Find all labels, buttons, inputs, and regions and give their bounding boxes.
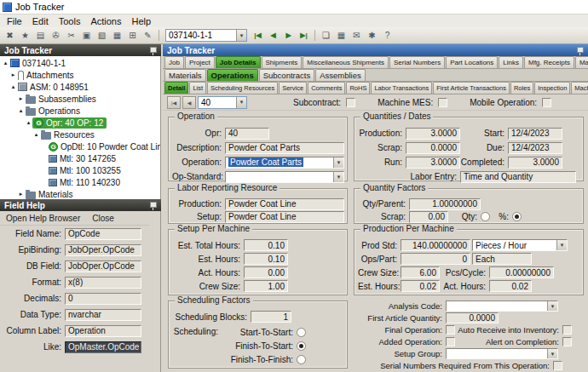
- tab-detail[interactable]: Detail: [164, 82, 188, 94]
- clear-icon[interactable]: ✖: [3, 29, 17, 43]
- tab-assemblies[interactable]: Assemblies: [315, 69, 366, 81]
- final-operation-checkbox[interactable]: [446, 325, 455, 335]
- prod-act-hours-field[interactable]: 0.02: [489, 280, 532, 292]
- first-article-quantity-field[interactable]: 0.0000: [446, 312, 499, 323]
- copy-icon[interactable]: ▣: [79, 29, 94, 43]
- tab-machine-mes[interactable]: Machine MES: [575, 56, 588, 68]
- window-icon[interactable]: ❏: [319, 29, 333, 43]
- tab-job-details[interactable]: Job Details: [216, 56, 261, 68]
- first-record-button[interactable]: |◀: [251, 29, 265, 43]
- expander-icon[interactable]: ▸: [9, 72, 17, 78]
- tree-node-attachments[interactable]: ▸ Attachments: [0, 69, 160, 81]
- analysis-code-combo[interactable]: ▼: [446, 300, 558, 312]
- setup-resource-field[interactable]: Powder Coat Line: [225, 211, 344, 223]
- tools-icon[interactable]: ✱: [365, 29, 379, 43]
- expander-icon[interactable]: ▴: [2, 60, 9, 66]
- pin-icon[interactable]: [576, 46, 584, 55]
- pcs-cycle-field[interactable]: 0.00000000: [489, 266, 554, 278]
- tab-comments[interactable]: Comments: [308, 82, 345, 94]
- first-operation-button[interactable]: |◀: [167, 96, 181, 109]
- due-date-field[interactable]: 12/4/2023: [508, 142, 562, 154]
- expander-icon[interactable]: ▴: [17, 107, 25, 114]
- expander-icon[interactable]: ▴: [25, 119, 32, 126]
- menu-help[interactable]: Help: [126, 16, 156, 26]
- chevron-down-icon[interactable]: ▼: [333, 172, 343, 182]
- added-operation-checkbox[interactable]: [446, 337, 455, 346]
- tree-node-operations[interactable]: ▴ Operations: [0, 105, 160, 117]
- tab-rohs[interactable]: RoHS: [346, 82, 370, 94]
- labor-entry-field[interactable]: Time and Quantity: [460, 171, 576, 183]
- scrap-qty-field[interactable]: 0.0000: [406, 142, 460, 154]
- production-qty-field[interactable]: 3.0000: [406, 128, 460, 140]
- prod-std-field[interactable]: 140.00000000: [401, 239, 470, 251]
- tab-labor-transactions[interactable]: Labor Transactions: [371, 82, 432, 94]
- format-value[interactable]: x(8): [65, 277, 141, 289]
- scrap-factor-field[interactable]: 0.00: [409, 211, 448, 223]
- mobile-operation-checkbox[interactable]: [542, 98, 551, 107]
- subcontract-checkbox[interactable]: [346, 98, 355, 107]
- excel-icon[interactable]: ▦: [110, 29, 124, 43]
- prod-std-uom-combo[interactable]: Pieces / Hour ▼: [472, 239, 568, 251]
- close-button[interactable]: Close: [92, 214, 114, 223]
- expander-icon[interactable]: ▸: [17, 191, 25, 197]
- op-standard-combo[interactable]: ▼: [225, 171, 344, 183]
- open-help-browser-button[interactable]: Open Help Browser: [6, 214, 80, 223]
- job-number-combo[interactable]: 037140-1-1 ▼: [165, 29, 247, 42]
- field-name-value[interactable]: OpCode: [65, 228, 141, 240]
- setup-est-hours-field[interactable]: 0.10: [244, 253, 288, 265]
- pin-icon[interactable]: [149, 201, 157, 210]
- tab-mfg-receipts[interactable]: Mfg. Receipts: [524, 56, 574, 68]
- tree-node-mtl-100[interactable]: Mtl: 100 103255: [0, 164, 160, 176]
- scheduling-blocks-field[interactable]: 1: [251, 311, 291, 323]
- prod-crew-size-field[interactable]: 6.00: [401, 266, 440, 278]
- column-label-value[interactable]: Operation: [65, 325, 141, 337]
- star-icon[interactable]: ★: [18, 29, 32, 43]
- tab-job[interactable]: Job: [164, 56, 184, 68]
- qty-parent-field[interactable]: 1.00000000: [409, 198, 481, 210]
- next-record-button[interactable]: ▶: [281, 29, 296, 43]
- tab-miscellaneous-shipments[interactable]: Miscellaneous Shipments: [303, 56, 389, 68]
- pin-icon[interactable]: [149, 46, 157, 55]
- data-type-value[interactable]: nvarchar: [65, 309, 141, 321]
- attachment-icon[interactable]: ✇: [49, 29, 63, 43]
- tab-links[interactable]: Links: [499, 56, 523, 68]
- paste-icon[interactable]: ▧: [95, 29, 109, 43]
- serial-numbers-required-checkbox[interactable]: [553, 361, 562, 370]
- menu-file[interactable]: File: [2, 16, 27, 26]
- help-icon[interactable]: ?: [380, 29, 395, 43]
- decimals-value[interactable]: 0: [65, 293, 141, 305]
- est-total-hours-field[interactable]: 0.10: [244, 239, 288, 251]
- tab-subcontracts[interactable]: Subcontracts: [259, 69, 314, 81]
- chevron-down-icon[interactable]: ▼: [556, 240, 567, 250]
- ops-part-field[interactable]: 0: [401, 253, 470, 265]
- like-value[interactable]: OpMaster.OpCode: [65, 341, 141, 353]
- expander-icon[interactable]: ▴: [32, 131, 40, 138]
- description-field[interactable]: Powder Coat Parts: [225, 142, 344, 154]
- tab-scheduling-resources[interactable]: Scheduling Resources: [207, 82, 278, 94]
- tree-node-assembly[interactable]: ▴ ASM: 0 148951: [0, 81, 160, 93]
- tree-node-resources[interactable]: ▴ Resources: [0, 129, 160, 140]
- alert-on-completion-checkbox[interactable]: [562, 337, 572, 346]
- tab-inspection[interactable]: Inspection: [534, 82, 570, 94]
- tree-node-opdtl[interactable]: OpDtl: 10 Powder Coat Line: [0, 140, 160, 152]
- tab-service[interactable]: Service: [279, 82, 307, 94]
- previous-operation-button[interactable]: ◀: [182, 96, 196, 109]
- tab-materials[interactable]: Materials: [164, 69, 206, 81]
- epibinding-value[interactable]: JobOper.OpCode: [65, 244, 141, 256]
- mail-icon[interactable]: ✉: [349, 29, 364, 43]
- setup-act-hours-field[interactable]: 0.00: [244, 266, 288, 278]
- run-qty-field[interactable]: 3.0000: [406, 157, 460, 169]
- tab-machine-mes-detail[interactable]: Machine MES: [571, 82, 588, 94]
- production-resource-field[interactable]: Powder Coat Line: [225, 198, 344, 210]
- db-field-value[interactable]: JobOper.OpCode: [65, 260, 141, 272]
- menu-edit[interactable]: Edit: [27, 16, 54, 26]
- operation-combo[interactable]: Powder Coat Parts ▼: [225, 157, 344, 169]
- tab-first-article-transactions[interactable]: First Article Transactions: [433, 82, 510, 94]
- scrap-qty-radio[interactable]: [481, 212, 490, 221]
- ops-part-uom-field[interactable]: Each: [472, 253, 532, 265]
- tab-operations[interactable]: Operations: [207, 69, 258, 81]
- start-date-field[interactable]: 12/4/2023: [508, 128, 562, 140]
- last-record-button[interactable]: ▶|: [297, 29, 311, 43]
- menu-tools[interactable]: Tools: [54, 16, 86, 26]
- tab-roles[interactable]: Roles: [510, 82, 533, 94]
